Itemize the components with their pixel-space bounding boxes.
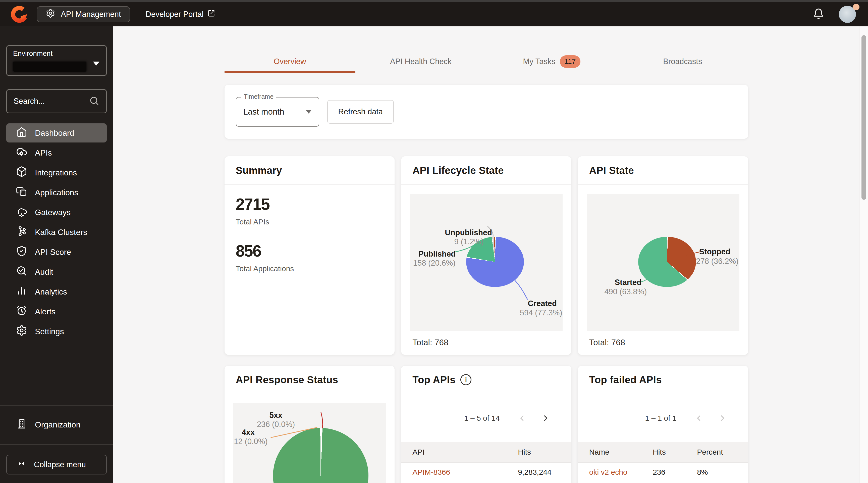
sidebar-item-applications[interactable]: Applications xyxy=(6,183,107,202)
environment-label: Environment xyxy=(13,50,100,58)
info-icon[interactable]: i xyxy=(460,374,471,385)
tab-overview[interactable]: Overview xyxy=(224,50,355,73)
main-content: Overview API Health Check My Tasks117 Br… xyxy=(113,26,860,483)
sidebar-item-integrations[interactable]: Integrations xyxy=(6,163,107,182)
total-apis-value: 2715 xyxy=(236,195,383,214)
tab-my-tasks[interactable]: My Tasks117 xyxy=(486,50,617,73)
card-title: API State xyxy=(589,165,634,176)
developer-portal-link[interactable]: Developer Portal xyxy=(146,9,215,19)
pagination-range: 1 – 5 of 14 xyxy=(464,414,500,422)
environment-select[interactable]: Environment xyxy=(6,45,107,76)
sidebar-search-input[interactable]: Search... xyxy=(6,89,107,113)
sidebar-item-api-score[interactable]: API Score xyxy=(6,242,107,262)
api-link[interactable]: oki v2 echo xyxy=(578,468,653,477)
slice-border-line xyxy=(320,428,321,476)
kafka-icon xyxy=(16,225,27,239)
collapse-menu-button[interactable]: Collapse menu xyxy=(6,455,107,475)
user-avatar[interactable] xyxy=(839,6,856,23)
slice-label: 4xx xyxy=(242,428,255,437)
top-failed-pagination: 1 – 1 of 1 xyxy=(578,394,748,442)
hits-value: 236 xyxy=(653,468,697,477)
next-page-button[interactable] xyxy=(541,414,550,423)
pagination-range: 1 – 1 of 1 xyxy=(645,414,676,422)
timeframe-select[interactable]: Timeframe Last month xyxy=(236,97,319,127)
sidebar-item-organization[interactable]: Organization xyxy=(6,415,107,434)
gear-icon xyxy=(16,325,27,338)
divider xyxy=(236,234,383,234)
sidebar-item-analytics[interactable]: Analytics xyxy=(6,282,107,301)
api-state-card: API State Stopped 278 (36.2%) Started 49… xyxy=(578,156,748,355)
table-row: APIM-8366 9,283,244 xyxy=(401,462,571,482)
api-link[interactable]: APIM-8366 xyxy=(401,468,506,477)
api-management-app: API Management Developer Portal Environm… xyxy=(0,0,868,483)
refresh-data-button[interactable]: Refresh data xyxy=(327,100,394,124)
sidebar-item-label: Kafka Clusters xyxy=(35,228,87,237)
slice-value: 9 (1.2%) xyxy=(454,237,484,246)
sidebar-item-alerts[interactable]: Alerts xyxy=(6,302,107,321)
sidebar-item-label: Analytics xyxy=(35,287,67,297)
dashboard-cards-row-2: API Response Status 5xx 236 (0.0%) 4xx 1… xyxy=(224,366,748,483)
cube-icon xyxy=(16,166,27,179)
api-management-label: API Management xyxy=(61,10,121,19)
scrollbar-thumb[interactable] xyxy=(862,35,866,200)
sidebar-divider xyxy=(0,405,113,405)
sidebar-item-label: Settings xyxy=(35,327,64,336)
gear-icon xyxy=(46,8,55,20)
sidebar-item-label: Audit xyxy=(35,267,53,277)
table-row: mock 61,902 xyxy=(401,482,571,483)
window-top-strip xyxy=(0,0,868,2)
percent-value: 8% xyxy=(697,468,748,477)
sidebar-item-settings[interactable]: Settings xyxy=(6,322,107,341)
sidebar-item-audit[interactable]: Audit xyxy=(6,262,107,281)
sidebar-item-label: APIs xyxy=(35,148,52,157)
table-row: oki v2 echo 236 8% xyxy=(578,462,748,482)
slice-value: 12 (0.0%) xyxy=(234,437,268,446)
previous-page-button[interactable] xyxy=(517,414,526,423)
sidebar-item-label: API Score xyxy=(35,247,71,257)
gravitee-logo-icon xyxy=(9,4,29,24)
slice-value: 158 (20.6%) xyxy=(413,259,456,268)
sidebar-divider xyxy=(0,444,113,445)
cloud-node-icon xyxy=(16,206,27,219)
slice-value: 490 (63.8%) xyxy=(604,287,647,296)
sidebar-item-apis[interactable]: APIs xyxy=(6,143,107,162)
tab-broadcasts[interactable]: Broadcasts xyxy=(617,50,748,73)
sidebar-item-label: Alerts xyxy=(35,307,56,316)
api-lifecycle-state-card: API Lifecycle State Unpublished 9 (1.2%)… xyxy=(401,156,571,355)
card-title: API Lifecycle State xyxy=(412,165,504,176)
external-link-icon xyxy=(208,9,215,19)
total-applications-value: 856 xyxy=(236,242,383,260)
api-response-status-card: API Response Status 5xx 236 (0.0%) 4xx 1… xyxy=(224,366,395,483)
notifications-button[interactable] xyxy=(811,8,826,21)
slice-label: Published xyxy=(418,249,456,259)
sidebar-item-gateways[interactable]: Gateways xyxy=(6,203,107,222)
slice-label: Created xyxy=(528,299,557,308)
top-apis-card: Top APIs i 1 – 5 of 14 API Hits APIM-836… xyxy=(401,366,571,483)
next-page-button[interactable] xyxy=(718,414,727,423)
shield-check-icon xyxy=(16,245,27,259)
search-icon xyxy=(89,95,99,107)
environment-value-redacted xyxy=(13,62,86,71)
hits-value: 9,283,244 xyxy=(506,468,571,477)
state-total: Total: 768 xyxy=(589,338,737,347)
slice-value: 278 (36.2%) xyxy=(696,257,738,266)
timeframe-value: Last month xyxy=(243,107,284,117)
card-title: Top APIs xyxy=(412,374,455,386)
chevron-down-icon xyxy=(306,110,312,114)
bar-chart-icon xyxy=(16,285,27,299)
top-apis-pagination: 1 – 5 of 14 xyxy=(401,394,571,442)
slice-label: 5xx xyxy=(270,411,283,420)
sidebar-item-label: Applications xyxy=(35,188,79,197)
tab-api-health-check[interactable]: API Health Check xyxy=(355,50,486,73)
developer-portal-label: Developer Portal xyxy=(146,10,204,19)
sidebar-item-kafka-clusters[interactable]: Kafka Clusters xyxy=(6,223,107,242)
cloud-gear-icon xyxy=(16,146,27,159)
table-header: Name Hits Percent xyxy=(578,442,748,462)
slice-label: Started xyxy=(615,278,642,287)
sidebar-item-dashboard[interactable]: Dashboard xyxy=(6,123,107,143)
card-title: API Response Status xyxy=(236,374,338,386)
previous-page-button[interactable] xyxy=(694,414,703,423)
api-management-button[interactable]: API Management xyxy=(37,6,130,22)
lifecycle-total: Total: 768 xyxy=(412,338,560,347)
slice-value: 236 (0.0%) xyxy=(257,420,295,429)
